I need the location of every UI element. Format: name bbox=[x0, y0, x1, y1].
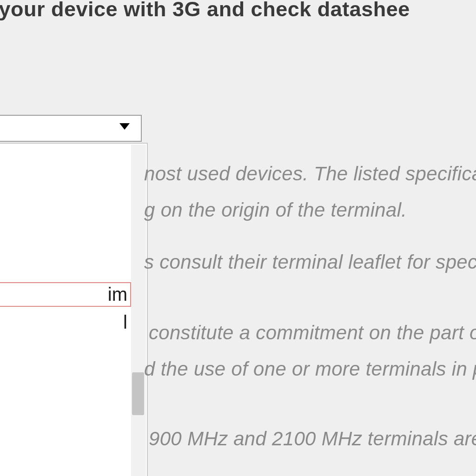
page-heading: bility of your device with 3G and check … bbox=[0, 0, 476, 21]
dropdown-option-highlighted[interactable]: im bbox=[0, 282, 131, 307]
info-line-1: nost used devices. The listed specificat… bbox=[144, 163, 476, 185]
device-dropdown[interactable] bbox=[0, 115, 142, 142]
info-line-2: g on the origin of the terminal. bbox=[144, 199, 407, 221]
info-line-6: 900 MHz and 2100 MHz terminals are stron bbox=[149, 428, 476, 450]
dropdown-scrollbar-track[interactable] bbox=[131, 145, 146, 476]
info-line-4: constitute a commitment on the part of t… bbox=[149, 322, 476, 344]
info-line-3: s consult their terminal leaflet for spe… bbox=[144, 251, 476, 273]
device-dropdown-list[interactable]: im l bbox=[0, 143, 148, 476]
chevron-down-icon bbox=[119, 123, 130, 130]
dropdown-option[interactable]: l bbox=[0, 310, 131, 335]
dropdown-scrollbar-thumb[interactable] bbox=[132, 372, 144, 415]
info-line-5: d the use of one or more terminals in pa… bbox=[144, 358, 476, 380]
